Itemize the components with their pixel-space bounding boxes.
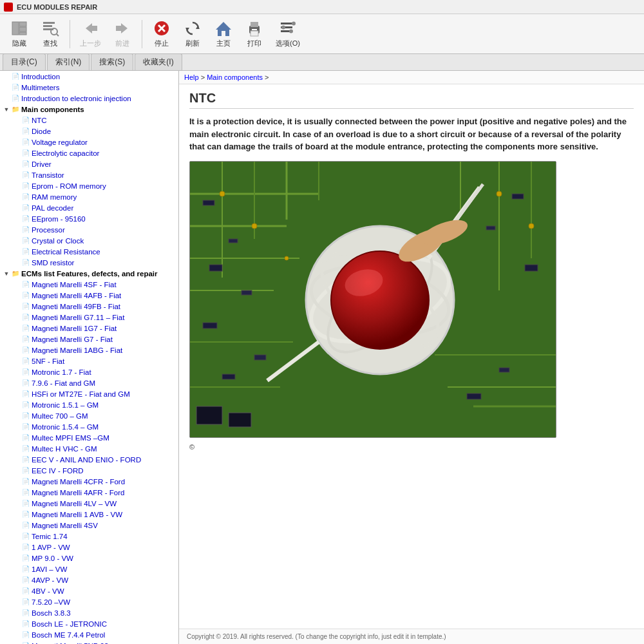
tree-item[interactable]: 📄Introduction — [0, 71, 178, 82]
tab-contents[interactable]: 目录(C) — [3, 53, 46, 70]
tree-item[interactable]: 📄Multec H VHC - GM — [0, 443, 178, 454]
tree-item[interactable]: 📄Eprom - ROM memory — [0, 180, 178, 191]
tree-item[interactable]: 📄Electrolytic capacitor — [0, 147, 178, 158]
tree-item[interactable]: 📄SMD resistor — [0, 257, 178, 268]
tree-item[interactable]: 📄Multec 700 – GM — [0, 410, 178, 421]
tree-item[interactable]: 📄1 AVP - VW — [0, 542, 178, 553]
tree-item[interactable]: ▼📁ECMs list Features, defects, and repai… — [0, 268, 178, 279]
tree-item[interactable]: 📄Bosch ME 7.4.4 Petrol — [0, 629, 178, 640]
tree-item[interactable]: 📄Magneti Marelli 1G7 - Fiat — [0, 323, 178, 334]
tree-item-label: Motronic 1.5.4 – GM — [32, 423, 99, 431]
toolbar-options-button[interactable]: 选项(O) — [271, 17, 305, 51]
tree-item[interactable]: 📄Motronic 1.5.1 – GM — [0, 399, 178, 410]
tree-item[interactable]: 📄7.9.6 - Fiat and GM — [0, 377, 178, 388]
tree-item[interactable]: 📄Magneti Marelli 4LV – VW — [0, 498, 178, 509]
tree-item[interactable]: 📄4AVP - VW — [0, 574, 178, 585]
options-label: 选项(O) — [276, 39, 300, 48]
tree-item[interactable]: 📄Magneti Marelli 4AFB - Fiat — [0, 290, 178, 301]
tree-item[interactable]: 📄Voltage regulator — [0, 137, 178, 147]
toolbar-home-button[interactable]: 主页 — [209, 17, 238, 51]
svg-point-27 — [281, 26, 285, 30]
doc-icon: 📄 — [11, 72, 20, 81]
tab-search[interactable]: 搜索(S) — [91, 53, 133, 70]
tree-item[interactable]: 📄Temic 1.74 — [0, 531, 178, 542]
tree-item[interactable]: 📄Processor — [0, 224, 178, 235]
tree-item[interactable]: ▼📁Main components — [0, 104, 178, 115]
expand-spacer — [13, 379, 21, 387]
expand-spacer — [13, 423, 21, 431]
back-icon — [82, 19, 100, 37]
tree-item[interactable]: 📄Transistor — [0, 169, 178, 180]
toolbar-back-button[interactable]: 上一步 — [75, 17, 106, 51]
tree-item-label: Electrolytic capacitor — [32, 149, 99, 157]
tree-item-label: Electrical Resistance — [32, 248, 100, 256]
toolbar-refresh-button[interactable]: 刷新 — [178, 17, 207, 51]
tree-item[interactable]: 📄Magneti Marelli 4CFR - Ford — [0, 476, 178, 487]
doc-icon: 📄 — [21, 565, 30, 574]
expand-spacer — [13, 642, 21, 645]
tree-item[interactable]: 📄Diode — [0, 126, 178, 137]
tree-item-label: Processor — [32, 226, 65, 234]
tree-item[interactable]: 📄EEprom - 95160 — [0, 213, 178, 224]
tree-item[interactable]: 📄Multimeters — [0, 82, 178, 93]
tab-index[interactable]: 索引(N) — [47, 53, 90, 70]
expand-spacer — [13, 259, 21, 267]
toolbar-forward-button[interactable]: 前进 — [108, 17, 137, 51]
tree-item[interactable]: 📄Electrical Resistance — [0, 246, 178, 257]
tree-item[interactable]: 📄Magneti Marelli 49FB - Fiat — [0, 301, 178, 312]
tree-item[interactable]: 📄EEC V - ANIL AND ENIO - FORD — [0, 454, 178, 465]
tree-item[interactable]: 📄Magneti Marelli G7.11 – Fiat — [0, 312, 178, 323]
sidebar[interactable]: 📄Introduction 📄Multimeters 📄Introduction… — [0, 71, 179, 644]
breadcrumb-main-components[interactable]: Main components — [207, 73, 263, 81]
expand-spacer — [13, 620, 21, 628]
toolbar-print-button[interactable]: 打印 — [240, 17, 269, 51]
sep2 — [142, 20, 142, 48]
tree-item[interactable]: 📄Magneti Marelli 4SV — [0, 520, 178, 531]
tree-item[interactable]: 📄EEC IV - FORD — [0, 465, 178, 476]
doc-icon: 📄 — [21, 149, 30, 158]
tree-item[interactable]: 📄1AVI – VW — [0, 564, 178, 574]
toolbar-hide-button[interactable]: 隐藏 — [5, 17, 33, 51]
tree-item-label: HSFi or MT27E - Fiat and GM — [32, 390, 130, 398]
tree-item[interactable]: 📄7.5.20 –VW — [0, 596, 178, 607]
tree-item-label: Multec H VHC - GM — [32, 445, 97, 453]
tree-item-label: Voltage regulator — [32, 138, 88, 146]
breadcrumb-help[interactable]: Help — [184, 73, 199, 81]
tree-item[interactable]: 📄Magneti Marelli 1ABG - Fiat — [0, 345, 178, 355]
doc-icon: 📄 — [21, 247, 30, 256]
tree-item[interactable]: 📄Driver — [0, 158, 178, 169]
tree-item[interactable]: 📄Magneti Marelli 1 AVB - VW — [0, 509, 178, 520]
expand-spacer — [13, 160, 21, 168]
tree-item[interactable]: 📄Multec MPFI EMS –GM — [0, 432, 178, 443]
tree-item[interactable]: 📄MP 9.0 - VW — [0, 553, 178, 564]
tree-item[interactable]: 📄Magneti Marelli 5NP 02 — [0, 640, 178, 644]
doc-icon: 📄 — [21, 214, 30, 223]
refresh-label: 刷新 — [185, 39, 200, 48]
tree-item[interactable]: 📄Bosch LE - JETRONIC — [0, 618, 178, 629]
tree-item[interactable]: 📄Magneti Marelli G7 - Fiat — [0, 334, 178, 345]
tree-item[interactable]: 📄Motronic 1.7 - Fiat — [0, 366, 178, 377]
tree-item[interactable]: 📄RAM memory — [0, 191, 178, 202]
tree-item[interactable]: 📄Magneti Marelli 4AFR - Ford — [0, 487, 178, 498]
tree-item[interactable]: 📄5NF - Fiat — [0, 355, 178, 366]
doc-icon: 📄 — [21, 324, 30, 333]
tree-item-label: Crystal or Clock — [32, 237, 84, 245]
tree-item[interactable]: 📄Crystal or Clock — [0, 235, 178, 246]
tree-item-label: EEC V - ANIL AND ENIO - FORD — [32, 456, 141, 464]
tree-item[interactable]: 📄Magneti Marelli 4SF - Fiat — [0, 279, 178, 290]
expand-spacer — [13, 456, 21, 464]
tree-item[interactable]: 📄4BV - VW — [0, 585, 178, 596]
tree-item[interactable]: 📄PAL decoder — [0, 202, 178, 213]
tab-favorites[interactable]: 收藏夹(I) — [135, 53, 182, 70]
home-label: 主页 — [216, 39, 231, 48]
expand-spacer — [3, 73, 10, 80]
tree-item[interactable]: 📄Motronic 1.5.4 – GM — [0, 421, 178, 432]
tree-item[interactable]: 📄HSFi or MT27E - Fiat and GM — [0, 388, 178, 399]
tree-item-label: Magneti Marelli 49FB - Fiat — [32, 303, 120, 310]
tree-item[interactable]: 📄Introduction to electronic injection — [0, 93, 178, 104]
tree-item[interactable]: 📄Bosch 3.8.3 — [0, 607, 178, 618]
tree-item-label: Magneti Marelli 1G7 - Fiat — [32, 325, 117, 332]
toolbar-find-button[interactable]: 查找 — [36, 17, 64, 51]
toolbar-stop-button[interactable]: 停止 — [147, 17, 176, 51]
tree-item[interactable]: 📄NTC — [0, 115, 178, 126]
